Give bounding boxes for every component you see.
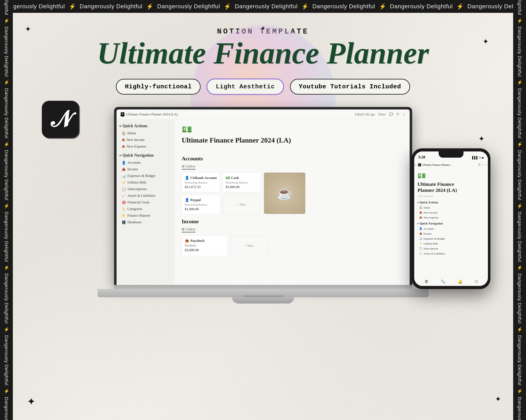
phone-item-new-income[interactable]: 📥 New Income ⋯ — [417, 210, 485, 215]
phone-item-new-expense[interactable]: 📤 New Expense ⋯ — [417, 215, 485, 220]
ticker-item-v: Dangerously Delightful — [517, 272, 522, 325]
sidebar-item-reports[interactable]: 📁 Finance Reports — [120, 212, 171, 219]
star-icon[interactable]: ☆ — [403, 112, 405, 116]
categories-label: Categories — [128, 207, 143, 211]
phone-item-accounts[interactable]: 👤 Accounts ⋯ — [417, 226, 485, 231]
phone-item-subscriptions-nav[interactable]: 📋 Subscriptions ⋯ — [417, 246, 485, 251]
sidebar-item-assets[interactable]: 📈 Assets & Liabilities — [120, 192, 171, 199]
phone-frame: 3:20 ▌▌▌ ⌇ ▰ ‹ — [412, 148, 490, 289]
ticker-bolt-v: ⚡ — [4, 140, 9, 148]
accounts-add-new[interactable]: + New — [223, 195, 261, 214]
share-button[interactable]: Share — [378, 112, 386, 116]
phone-accounts-label: Accounts — [424, 227, 434, 230]
quick-actions-heading: Quick Actions — [120, 123, 171, 128]
phone-more-icon[interactable]: ··· — [485, 163, 487, 167]
phone-new-expense-icon: 📤 — [419, 216, 422, 219]
phone-home-dots: ⋯ — [481, 206, 483, 209]
phone-nav-bell[interactable]: 🔔 — [458, 279, 463, 284]
phone-copy-icon[interactable]: ⎘ — [479, 163, 480, 167]
ticker-bolt: ⚡ — [222, 3, 233, 10]
sidebar-item-accounts[interactable]: 👤 Accounts — [120, 159, 171, 166]
paycheck-balance: $3,000.00 — [185, 248, 224, 252]
phone-add-comment[interactable]: Add comment — [417, 194, 485, 198]
phone-page-title: Ultimate FinancePlanner 2024 (LA) — [417, 181, 485, 193]
ticker-bolt-v: ⚡ — [4, 202, 9, 210]
ticker-bolt-v: ⚡ — [4, 387, 9, 395]
sparkle-top-left: ✦ — [25, 25, 31, 33]
phone-accounts-icon: 👤 — [419, 227, 422, 230]
paycheck-icon: 📥 — [185, 239, 189, 243]
accounts-title: Accounts — [182, 156, 402, 162]
notion-logo: 𝒩 — [42, 101, 79, 138]
phone-new-expense-label: New Expense — [424, 216, 438, 219]
accounts-gallery-label[interactable]: ⊞ Gallery — [182, 164, 196, 170]
phone-nav-menu[interactable]: ☰ — [425, 279, 428, 284]
goals-label: Financial Goals — [128, 200, 150, 204]
income-gallery-label[interactable]: ⊞ Gallery — [182, 227, 196, 232]
subscriptions-label: Subscriptions — [128, 187, 147, 191]
sidebar-item-new-income[interactable]: 📥 New Income — [120, 137, 171, 143]
ticker-item-v: Dangerously Delightful — [4, 148, 9, 202]
databases-label: Databases — [128, 220, 142, 224]
income-add-new[interactable]: + New — [230, 235, 268, 256]
sidebar-item-goals[interactable]: 🎯 Financial Goals — [120, 199, 171, 206]
ticker-item-v: Dangerously Delightful — [517, 148, 522, 202]
ticker-item: Dangerously Delightful — [78, 3, 145, 10]
reports-icon: 📁 — [122, 214, 126, 218]
paycheck-name: 📥 Paycheck — [185, 239, 224, 243]
comment-icon[interactable]: 💬 — [389, 112, 393, 116]
ticker-top: Dangerously Delightful ⚡ Dangerously Del… — [0, 0, 526, 13]
back-button[interactable]: ‹ — [415, 162, 416, 167]
sidebar-item-databases[interactable]: 🗄️ Databases — [120, 219, 171, 226]
sparkle-bottom-right: ✦ — [495, 395, 501, 403]
sidebar-item-utilities[interactable]: ⚡ Utilities Bills — [120, 179, 171, 186]
ticker-bolt-v: ⚡ — [517, 202, 522, 210]
quick-actions-label: Quick Actions — [122, 123, 148, 128]
accounts-content: 👤 Citibank Account Remaining Balance $21… — [182, 172, 402, 214]
ticker-item-v: Dangerously Delightful — [4, 272, 9, 325]
paypal-icon: 👤 — [185, 198, 189, 202]
timer-icon[interactable]: ⏱ — [396, 112, 400, 116]
phone-nav-page[interactable]: □ — [475, 279, 477, 284]
phone-item-expenses-nav[interactable]: 📊 Expenses & Budget ⋯ — [417, 236, 485, 241]
utilities-icon: ⚡ — [122, 181, 126, 185]
sidebar-item-new-expense[interactable]: 📤 New Expense — [120, 143, 171, 150]
income-section: Income ⊞ Gallery 📥 — [174, 219, 410, 260]
notion-icon-small: N — [121, 112, 124, 117]
accounts-label: Accounts — [128, 160, 141, 165]
new-expense-icon: 📤 — [122, 145, 125, 148]
citibank-label: Citibank Account — [191, 176, 217, 180]
notion-breadcrumb: Ultimate Finance Planner 2024 (LA) — [126, 112, 178, 117]
citibank-name: 👤 Citibank Account — [185, 176, 217, 180]
notion-main-area: 💵 Ultimate Finance Planner 2024 (LA) Acc… — [174, 119, 410, 285]
badge-aesthetic[interactable]: Light Aesthetic — [207, 79, 283, 95]
phone-topbar: ‹ N Ultimate Finance Planner ... ⎘ ↑ ··· — [414, 160, 488, 169]
phone-home-label: Home — [424, 206, 430, 209]
phone-income-nav-dots: ⋯ — [481, 232, 483, 235]
ticker-bolt-v: ⚡ — [517, 325, 522, 333]
gallery-icon: ⊞ — [182, 164, 184, 168]
phone-item-income-nav[interactable]: 📥 Income ⋯ — [417, 231, 485, 236]
phone-upload-icon[interactable]: ↑ — [482, 163, 483, 167]
home-label: Home — [128, 131, 136, 135]
phone-screen: 3:20 ▌▌▌ ⌇ ▰ ‹ — [414, 151, 488, 286]
phone-income-nav-label: Income — [424, 232, 432, 235]
ticker-bolt: ⚡ — [144, 3, 155, 10]
wifi-icon: ⌇ — [479, 156, 481, 160]
sidebar-item-home[interactable]: 🏠 Home — [120, 130, 171, 137]
add-new-label: + New — [237, 203, 246, 207]
ticker-bolt-v: ⚡ — [517, 17, 522, 25]
sidebar-item-subscriptions[interactable]: 📋 Subscriptions — [120, 186, 171, 192]
sidebar-item-categories[interactable]: 🏷️ Categories — [120, 206, 171, 212]
ticker-item-v: Dangerously Delightful — [4, 0, 9, 17]
phone-nav-search[interactable]: 🔍 — [441, 279, 445, 284]
ticker-bolt-v: ⚡ — [4, 17, 9, 25]
sidebar-item-expenses[interactable]: 📊 Expenses & Budget — [120, 172, 171, 179]
phone-item-utilities-nav[interactable]: ⚡ Utilities Bills ⋯ — [417, 241, 485, 246]
badge-label: Highly-functional — [125, 83, 192, 90]
phone-expenses-nav-dots: ⋯ — [481, 237, 483, 240]
sidebar-item-income[interactable]: 📥 Income — [120, 166, 171, 172]
categories-icon: 🏷️ — [122, 207, 126, 211]
phone-item-assets-nav[interactable]: 📈 Assets & Liabilities ⋯ — [417, 251, 485, 256]
phone-item-home[interactable]: 🏠 Home ⋯ — [417, 205, 485, 210]
